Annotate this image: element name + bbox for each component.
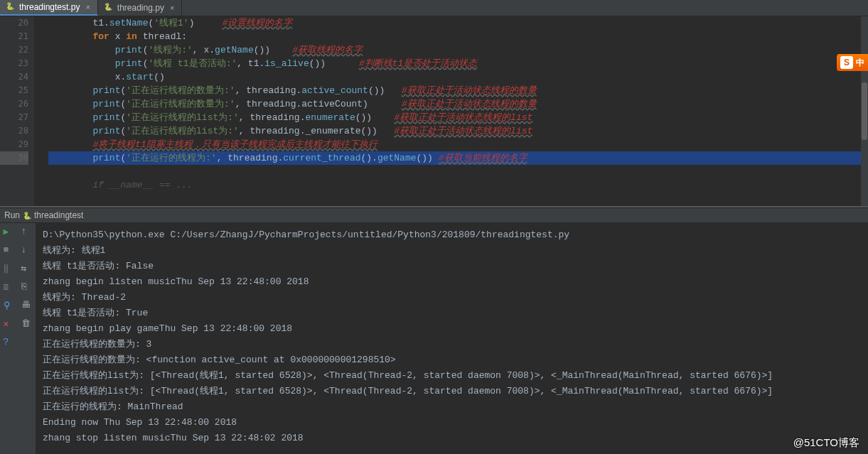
down-icon[interactable]: ↓ (21, 244, 33, 256)
ime-badge[interactable]: S 中 (837, 54, 868, 71)
python-file-icon: 🐍 (6, 2, 16, 12)
help-icon[interactable]: ? (4, 337, 15, 348)
line-number-gutter: 2021222324252627282930 (0, 16, 34, 206)
wrap-icon[interactable]: ⇆ (21, 263, 33, 274)
console-output[interactable]: D:\Python35\python.exe C:/Users/ZhangJ/P… (36, 223, 868, 454)
tab-label: threading.py (117, 3, 164, 13)
watermark: @51CTO博客 (793, 436, 859, 450)
run-toolbar-left: ▶ ■ ‖ ≣ ⚲ ✕ ? (0, 223, 18, 454)
code-editor[interactable]: 2021222324252627282930 t1.setName('线程1')… (0, 16, 868, 206)
tab-threading[interactable]: 🐍 threading.py × (98, 0, 182, 16)
stop-icon[interactable]: ■ (4, 244, 15, 256)
close-icon[interactable]: × (85, 3, 90, 11)
vertical-scrollbar[interactable] (861, 16, 868, 206)
run-target: threadingtest (34, 210, 83, 220)
code-area[interactable]: t1.setName('线程1') #设置线程的名字 for x in thre… (34, 16, 868, 206)
debug-icon[interactable]: ⚲ (4, 300, 15, 311)
ime-logo-icon: S (840, 56, 853, 69)
close-icon[interactable]: × (170, 4, 174, 12)
python-file-icon: 🐍 (104, 3, 114, 13)
print-icon[interactable]: 🖶 (21, 300, 33, 311)
run-icon[interactable]: ▶ (4, 226, 15, 237)
run-label: Run (4, 210, 20, 220)
up-icon[interactable]: ↑ (21, 226, 33, 237)
run-panel-header: Run 🐍 threadingtest (0, 207, 868, 223)
tab-label: threadingtest.py (19, 2, 80, 12)
editor-tabs: 🐍 threadingtest.py × 🐍 threading.py × (0, 0, 868, 16)
ime-text: 中 (856, 57, 864, 69)
pause-icon[interactable]: ‖ (4, 263, 15, 274)
python-file-icon: 🐍 (23, 212, 31, 220)
trash-icon[interactable]: 🗑 (21, 318, 33, 330)
list-icon[interactable]: ≣ (4, 281, 15, 293)
close-icon[interactable]: ✕ (4, 318, 15, 330)
export-icon[interactable]: ⎘ (21, 281, 33, 293)
run-toolbar-right: ↑ ↓ ⇆ ⎘ 🖶 🗑 (18, 223, 36, 454)
run-panel: ▶ ■ ‖ ≣ ⚲ ✕ ? ↑ ↓ ⇆ ⎘ 🖶 🗑 D:\Python35\py… (0, 223, 868, 454)
tab-threadingtest[interactable]: 🐍 threadingtest.py × (0, 0, 98, 16)
